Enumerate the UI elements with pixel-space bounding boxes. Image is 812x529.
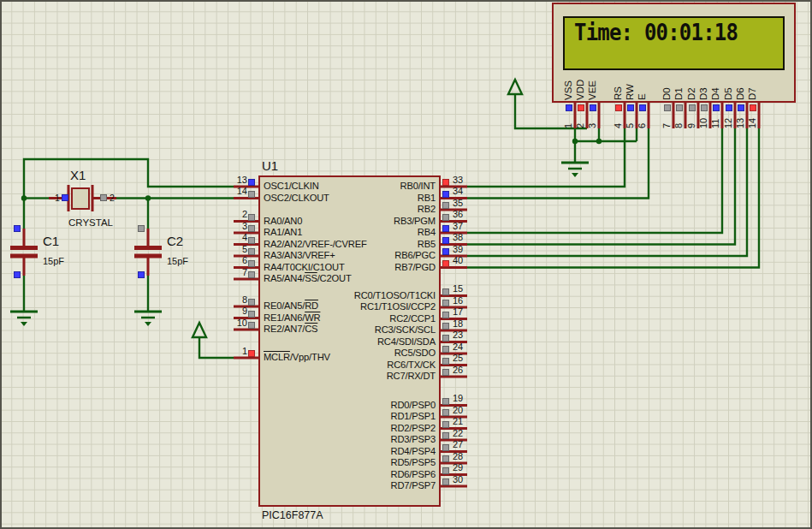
pin-number: 5: [242, 245, 247, 254]
pin-name: RC3/SCK/SCL: [375, 325, 436, 335]
wire[interactable]: [199, 337, 234, 358]
pin-number: 8: [242, 295, 247, 305]
pin-number: 39: [453, 245, 463, 254]
pin-state-indicator: [442, 421, 449, 428]
pin-number: 20: [453, 406, 463, 415]
ground-symbol[interactable]: [561, 163, 589, 177]
pin-name: RA2/AN2/VREF-/CVREF: [264, 240, 367, 249]
crystal-body[interactable]: [72, 188, 89, 209]
ground-arrow: [21, 322, 27, 326]
pin-state-indicator: [248, 191, 255, 198]
pin-name: RD7/PSP7: [391, 481, 436, 490]
pin-state-indicator: [701, 104, 708, 111]
pin-number: 6: [242, 256, 247, 265]
capacitor-plate[interactable]: [134, 246, 162, 250]
pin-name: RD1/PSP1: [391, 412, 436, 421]
lcd-pin-label: VSS: [564, 80, 574, 100]
pin-state-indicator: [639, 104, 646, 111]
pin-number: 14: [748, 118, 757, 128]
wire[interactable]: [467, 128, 722, 233]
lcd-pin-label: D3: [699, 87, 709, 100]
ground-symbol[interactable]: [10, 312, 38, 326]
wire[interactable]: [467, 128, 747, 256]
pin-number: 29: [453, 463, 463, 473]
crystal-ref-label[interactable]: X1: [70, 169, 86, 181]
pin-name: RB4: [418, 228, 436, 237]
pin-number: 28: [453, 452, 463, 461]
ground-symbol[interactable]: [134, 312, 162, 326]
pin-name: RA5/AN4/SS/C2OUT: [264, 274, 352, 283]
cap2-value-label[interactable]: 15pF: [167, 257, 188, 266]
pin-number: 37: [453, 222, 463, 231]
pin-state-indicator: [738, 104, 744, 111]
pin-number: 3: [242, 222, 247, 231]
pin-name: RB1: [418, 193, 436, 203]
pin-name: RC1/T1OSI/CCP2: [360, 302, 436, 312]
mcu-part-label[interactable]: PIC16F877A: [262, 510, 323, 521]
wire[interactable]: [467, 128, 649, 199]
pin-number: 21: [453, 417, 463, 426]
wire-junction: [596, 139, 602, 144]
power-arrow[interactable]: [193, 323, 206, 337]
pin-number: 4: [613, 123, 623, 128]
pin-state-indicator: [442, 225, 449, 232]
lcd-pin-label: RS: [613, 86, 624, 100]
pin-state-indicator: [615, 104, 622, 111]
mcu-ref-label[interactable]: U1: [262, 159, 278, 172]
capacitor-plate[interactable]: [134, 254, 162, 259]
capacitor-plate[interactable]: [10, 246, 38, 250]
pin-number: 18: [453, 319, 463, 329]
wire[interactable]: [467, 128, 625, 187]
ground-arrow: [572, 173, 578, 177]
pin-name: RD5/PSP5: [391, 458, 436, 467]
pin-state-indicator: [248, 350, 255, 357]
lcd-pin-label: D0: [662, 87, 673, 100]
pin-number: 10: [237, 318, 247, 328]
pin-state-indicator: [248, 311, 255, 318]
pin-number: 17: [453, 307, 463, 317]
lcd-pin-label: D6: [736, 87, 746, 100]
pin-state-indicator: [442, 300, 449, 306]
pin-state-indicator: [442, 369, 449, 376]
pin-state-indicator: [442, 455, 449, 462]
pin-state-indicator: [100, 194, 107, 201]
capacitor-plate[interactable]: [10, 254, 38, 259]
lcd-pin-label: E: [637, 93, 648, 100]
pin-state-indicator: [442, 467, 449, 474]
pin-state-indicator: [14, 271, 21, 278]
pin-state-indicator: [14, 225, 21, 232]
lcd-pin-label: VEE: [588, 80, 598, 100]
pin-number: 9: [242, 306, 247, 316]
pin-state-indicator: [248, 260, 255, 267]
pin-number: 27: [453, 440, 463, 449]
pin-state-indicator: [442, 478, 449, 485]
schematic-canvas[interactable]: U1 PIC16F877A Time: 00:01:18 X1 CRYSTAL …: [0, 0, 812, 529]
pin-number: 16: [453, 296, 463, 306]
cap2-ref-label[interactable]: C2: [167, 235, 183, 247]
cap1-ref-label[interactable]: C1: [43, 235, 59, 247]
pin-name: RB5: [418, 240, 436, 249]
pin-number: 40: [453, 256, 463, 265]
power-arrow[interactable]: [508, 80, 522, 94]
pin-number: 4: [242, 233, 247, 242]
pin-state-indicator: [566, 104, 572, 111]
pin-state-indicator: [442, 398, 449, 405]
pin-number: 35: [453, 199, 463, 208]
pin-state-indicator: [726, 104, 732, 111]
pin-name: OSC2/CLKOUT: [264, 193, 329, 203]
pin-name: RD0/PSP0: [391, 401, 436, 410]
pin-number: 12: [724, 118, 733, 128]
pin-number: 30: [453, 475, 463, 484]
pin-state-indicator: [664, 104, 671, 111]
pin-state-indicator: [248, 322, 255, 329]
crystal-type-label[interactable]: CRYSTAL: [68, 218, 113, 229]
pin-number: 22: [453, 429, 463, 438]
pin-state-indicator: [442, 202, 449, 209]
pin-name: OSC1/CLKIN: [264, 181, 319, 191]
pin-state-indicator: [442, 323, 449, 330]
pin-name: RA1/AN1: [264, 228, 302, 237]
pin-state-indicator: [676, 104, 683, 111]
pin-number: 26: [453, 366, 463, 375]
cap1-value-label[interactable]: 15pF: [43, 257, 64, 266]
pin-state-indicator: [442, 444, 449, 451]
